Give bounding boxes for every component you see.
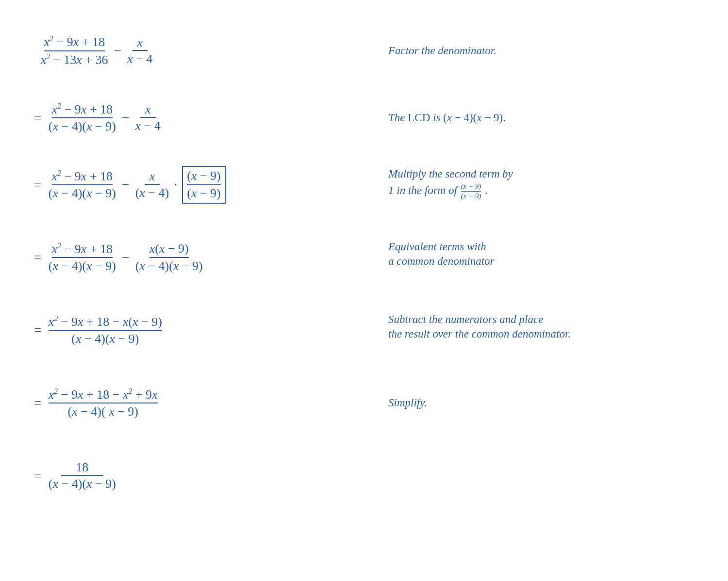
frac-step2-left: x2 − 9x + 18 (x − 4)(x − 9) bbox=[49, 102, 116, 134]
annotation-3b: 1 in the form of (x − 9) (x − 9) . bbox=[388, 182, 488, 200]
frac-step5: x2 − 9x + 18 − x(x − 9) (x − 4)(x − 9) bbox=[49, 314, 162, 347]
annotation-3a: Multiply the second term by bbox=[388, 168, 513, 180]
page-container: x2 − 9x + 18 x2 − 13x + 36 − x x − 4 = x… bbox=[29, 19, 699, 507]
annotation-4a: Equivalent terms with bbox=[388, 241, 486, 253]
annotation-5a: Subtract the numerators and place bbox=[388, 313, 543, 326]
frac-step7: 18 (x − 4)(x − 9) bbox=[49, 460, 116, 491]
frac-step1-left: x2 − 9x + 18 x2 − 13x + 36 bbox=[41, 34, 108, 67]
frac-step4-left: x2 − 9x + 18 (x − 4)(x − 9) bbox=[49, 242, 116, 274]
annotation-6: Simplify. bbox=[388, 397, 427, 409]
frac-step3-left: x2 − 9x + 18 (x − 4)(x − 9) bbox=[49, 169, 116, 201]
frac-step2-right: x x − 4 bbox=[135, 102, 161, 133]
frac-step3-mult: (x − 9) (x − 9) bbox=[182, 166, 226, 204]
annotation-4b: a common denominator bbox=[388, 255, 494, 268]
frac-step4-right: x(x − 9) (x − 4)(x − 9) bbox=[135, 242, 203, 274]
annotation-column: Factor the denominator. The LCD is (x − … bbox=[359, 19, 699, 507]
math-column: x2 − 9x + 18 x2 − 13x + 36 − x x − 4 = x… bbox=[29, 19, 359, 507]
annotation-2: The LCD is (x − 4)(x − 9). bbox=[388, 112, 506, 124]
annotation-5b: the result over the common denominator. bbox=[388, 328, 571, 340]
frac-step1-right: x x − 4 bbox=[127, 35, 152, 66]
annotation-1: Factor the denominator. bbox=[388, 45, 496, 57]
frac-step3-mid: x (x − 4) bbox=[135, 169, 169, 200]
frac-step6: x2 − 9x + 18 − x2 + 9x (x − 4)( x − 9) bbox=[49, 387, 158, 420]
